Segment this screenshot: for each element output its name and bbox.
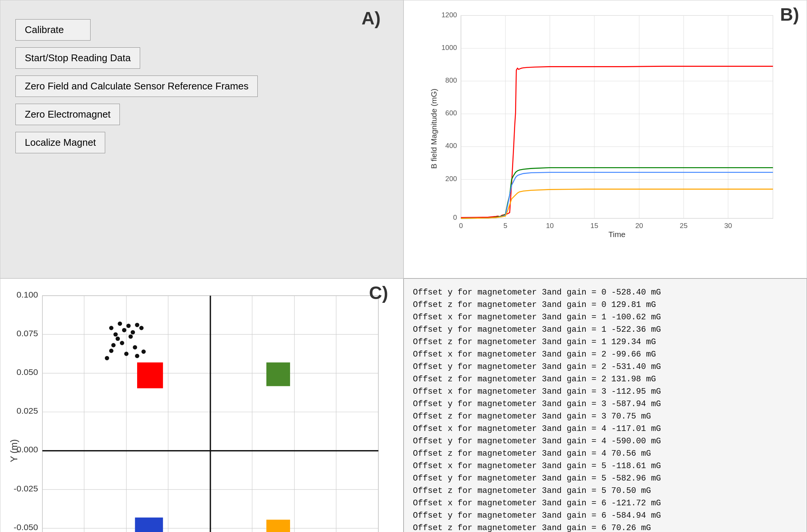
- svg-rect-91: [137, 363, 163, 388]
- svg-text:200: 200: [445, 175, 457, 183]
- svg-point-79: [131, 330, 135, 334]
- svg-point-76: [135, 323, 139, 327]
- console-line: Offset y for magnetometer 3and gain = 1 …: [413, 323, 798, 336]
- svg-text:800: 800: [445, 76, 457, 84]
- console-line: Offset z for magnetometer 3and gain = 0 …: [413, 299, 798, 311]
- panel-c-label: C): [369, 283, 388, 303]
- svg-text:0: 0: [459, 222, 463, 230]
- svg-point-75: [126, 324, 130, 328]
- console-text: Offset y for magnetometer 3and gain = 0 …: [413, 286, 798, 532]
- console-line: Offset x for magnetometer 3and gain = 2 …: [413, 348, 798, 361]
- console-line: Offset x for magnetometer 3and gain = 4 …: [413, 423, 798, 435]
- svg-point-86: [141, 349, 145, 354]
- svg-rect-93: [135, 518, 163, 532]
- svg-point-87: [109, 349, 113, 353]
- svg-text:1200: 1200: [441, 12, 457, 19]
- console-line: Offset z for magnetometer 3and gain = 1 …: [413, 336, 798, 348]
- svg-rect-0: [461, 15, 773, 218]
- svg-text:Time: Time: [608, 230, 625, 238]
- svg-point-74: [118, 322, 122, 326]
- svg-point-83: [120, 341, 124, 345]
- console-line: Offset y for magnetometer 3and gain = 5 …: [413, 472, 798, 485]
- svg-text:-0.050: -0.050: [14, 522, 38, 532]
- svg-text:0.050: 0.050: [17, 367, 38, 377]
- svg-point-73: [109, 326, 113, 330]
- svg-text:Y (m): Y (m): [9, 439, 19, 462]
- console-line: Offset z for magnetometer 3and gain = 2 …: [413, 373, 798, 385]
- svg-text:B field Magnitude (mG): B field Magnitude (mG): [429, 89, 438, 169]
- console-line: Offset z for magnetometer 3and gain = 6 …: [413, 522, 798, 532]
- svg-point-84: [133, 345, 137, 349]
- console-line: Offset y for magnetometer 3and gain = 4 …: [413, 435, 798, 447]
- svg-text:30: 30: [724, 222, 732, 230]
- b-field-chart: 0 200 400 600 800 1000 1200 0 5 10 15 20…: [411, 12, 799, 238]
- console-line: Offset x for magnetometer 3and gain = 6 …: [413, 497, 798, 509]
- svg-text:600: 600: [445, 109, 457, 117]
- svg-text:20: 20: [635, 222, 643, 230]
- svg-point-85: [111, 343, 115, 347]
- control-buttons: Calibrate Start/Stop Reading Data Zero F…: [15, 19, 388, 153]
- console-line: Offset z for magnetometer 3and gain = 5 …: [413, 485, 798, 497]
- svg-text:10: 10: [546, 222, 554, 230]
- svg-text:1000: 1000: [441, 44, 457, 51]
- b-field-svg: 0 200 400 600 800 1000 1200 0 5 10 15 20…: [411, 12, 799, 238]
- svg-text:0: 0: [453, 213, 457, 221]
- svg-text:0.075: 0.075: [17, 328, 38, 338]
- console-line: Offset z for magnetometer 3and gain = 3 …: [413, 410, 798, 423]
- svg-point-89: [105, 356, 109, 360]
- svg-text:25: 25: [680, 222, 688, 230]
- zero-field-button[interactable]: Zero Field and Calculate Sensor Referenc…: [15, 76, 258, 97]
- console-line: Offset y for magnetometer 3and gain = 2 …: [413, 361, 798, 373]
- console-line: Offset z for magnetometer 3and gain = 4 …: [413, 447, 798, 460]
- zero-electromagnet-button[interactable]: Zero Electromagnet: [15, 104, 120, 125]
- console-line: Offset x for magnetometer 3and gain = 5 …: [413, 460, 798, 472]
- console-line: Offset x for magnetometer 3and gain = 1 …: [413, 311, 798, 323]
- svg-point-82: [128, 334, 133, 339]
- svg-text:0.025: 0.025: [17, 406, 38, 416]
- svg-point-88: [124, 352, 128, 356]
- svg-rect-92: [266, 363, 290, 386]
- svg-text:0.000: 0.000: [17, 444, 38, 454]
- calibrate-button[interactable]: Calibrate: [15, 19, 91, 41]
- panel-a: A) Calibrate Start/Stop Reading Data Zer…: [0, 0, 404, 278]
- start-stop-button[interactable]: Start/Stop Reading Data: [15, 47, 140, 69]
- panel-c: C) 0.100 0.075 0.050: [0, 278, 404, 532]
- svg-point-81: [116, 337, 120, 341]
- svg-text:400: 400: [445, 142, 457, 150]
- panel-a-label: A): [361, 8, 381, 29]
- svg-point-80: [139, 326, 144, 330]
- svg-text:0.100: 0.100: [17, 290, 38, 299]
- scatter-svg: 0.100 0.075 0.050 0.025 0.000 -0.025 -0.…: [8, 286, 396, 532]
- console-line: Offset y for magnetometer 3and gain = 3 …: [413, 398, 798, 410]
- panel-d: Offset y for magnetometer 3and gain = 0 …: [404, 278, 807, 532]
- console-line: Offset x for magnetometer 3and gain = 3 …: [413, 385, 798, 398]
- localize-magnet-button[interactable]: Localize Magnet: [15, 132, 105, 153]
- svg-point-78: [113, 332, 118, 336]
- svg-text:15: 15: [591, 222, 598, 230]
- svg-point-77: [122, 328, 126, 332]
- console-line: Offset y for magnetometer 3and gain = 0 …: [413, 286, 798, 299]
- svg-text:-0.025: -0.025: [14, 484, 38, 493]
- console-line: Offset y for magnetometer 3and gain = 6 …: [413, 509, 798, 522]
- panel-b: B) 0 200 400 600 80: [404, 0, 807, 278]
- svg-point-90: [135, 354, 139, 358]
- svg-rect-94: [266, 520, 290, 532]
- svg-text:5: 5: [503, 222, 507, 230]
